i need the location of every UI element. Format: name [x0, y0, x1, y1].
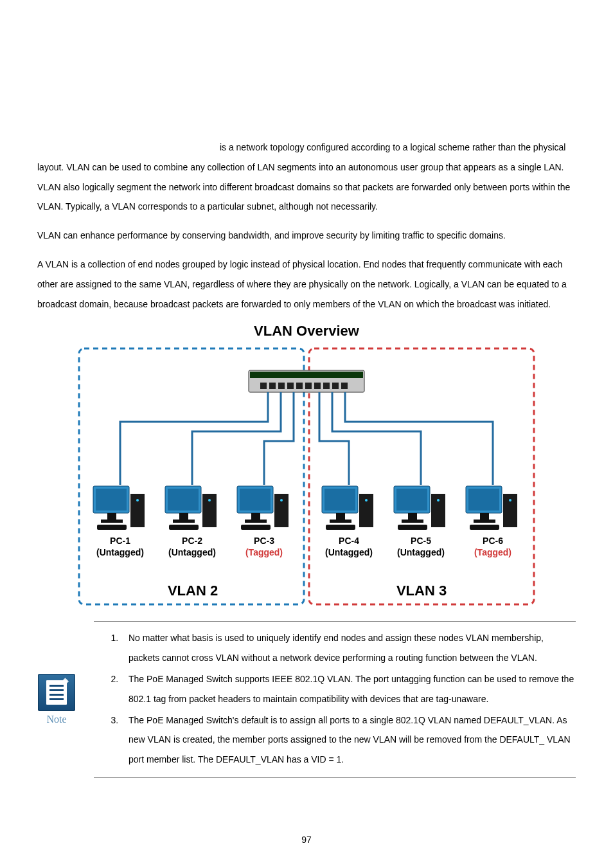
svg-rect-49	[480, 513, 489, 520]
pc-id-label: PC-5	[411, 536, 431, 546]
svg-rect-35	[336, 513, 345, 520]
svg-rect-21	[179, 513, 188, 520]
vlan-overview-svg: PC-1(Untagged)PC-2(Untagged)PC-3(Tagged)…	[75, 345, 538, 608]
pc-tag-label: (Untagged)	[96, 547, 144, 557]
svg-rect-27	[240, 489, 271, 511]
svg-rect-20	[168, 489, 199, 511]
note-block: Note No matter what basis is used to uni…	[37, 621, 576, 778]
note-icon-column: Note	[37, 674, 76, 725]
svg-rect-14	[107, 513, 116, 520]
svg-rect-15	[101, 520, 123, 523]
note-caption: Note	[38, 714, 75, 725]
vlan2-label: VLAN 2	[168, 583, 218, 599]
svg-rect-37	[359, 494, 373, 527]
svg-rect-4	[278, 383, 285, 389]
pc-node: PC-6(Tagged)	[466, 486, 517, 557]
svg-point-52	[509, 499, 511, 502]
svg-rect-11	[341, 383, 348, 389]
pc-node: PC-1(Untagged)	[93, 486, 145, 557]
svg-rect-7	[305, 383, 312, 389]
svg-rect-8	[314, 383, 321, 389]
svg-rect-2	[260, 383, 267, 389]
paragraph-1-text: is a network topology configured accordi…	[37, 142, 570, 212]
svg-rect-28	[251, 513, 260, 520]
paragraph-2: VLAN can enhance performance by conservi…	[37, 226, 576, 246]
note-list: No matter what basis is used to uniquely…	[94, 628, 576, 770]
svg-point-45	[437, 499, 440, 502]
pc-id-label: PC-3	[254, 536, 274, 546]
svg-rect-30	[274, 494, 289, 527]
svg-rect-41	[396, 489, 427, 511]
svg-rect-46	[398, 525, 427, 530]
svg-rect-22	[173, 520, 195, 523]
svg-point-17	[136, 499, 139, 502]
svg-point-31	[280, 499, 283, 502]
svg-rect-32	[241, 525, 271, 530]
svg-rect-5	[287, 383, 294, 389]
note-body: No matter what basis is used to uniquely…	[94, 621, 576, 778]
page: is a network topology configured accordi…	[0, 0, 613, 868]
svg-point-24	[208, 499, 211, 502]
pc-id-label: PC-4	[339, 536, 359, 546]
svg-rect-51	[503, 494, 517, 527]
svg-rect-25	[169, 525, 199, 530]
cables	[120, 392, 493, 485]
pc-node: PC-3(Tagged)	[237, 486, 289, 557]
svg-rect-29	[245, 520, 267, 523]
svg-rect-36	[330, 520, 351, 523]
svg-rect-50	[474, 520, 495, 523]
svg-rect-1	[250, 372, 363, 378]
vlan-overview-figure: VLAN Overview	[62, 323, 551, 608]
pc-node: PC-4(Untagged)	[322, 486, 373, 557]
pc-tag-label: (Tagged)	[245, 547, 283, 557]
svg-point-38	[365, 499, 368, 502]
svg-rect-13	[96, 489, 127, 511]
note-item: The PoE Managed Switch supports IEEE 802…	[121, 669, 576, 709]
svg-rect-9	[323, 383, 330, 389]
svg-rect-43	[402, 520, 423, 523]
pc-tag-label: (Untagged)	[325, 547, 373, 557]
pc-tag-label: (Tagged)	[474, 547, 511, 557]
paragraph-1: is a network topology configured accordi…	[37, 138, 576, 217]
svg-rect-3	[269, 383, 276, 389]
pc-id-label: PC-1	[110, 536, 130, 546]
switch-device	[249, 370, 364, 392]
svg-rect-16	[130, 494, 145, 527]
svg-rect-34	[324, 489, 355, 511]
note-icon	[38, 674, 75, 711]
svg-rect-6	[296, 383, 303, 389]
figure-title: VLAN Overview	[62, 323, 551, 339]
svg-rect-10	[332, 383, 339, 389]
svg-rect-18	[97, 525, 127, 530]
svg-rect-23	[202, 494, 217, 527]
pc-tag-label: (Untagged)	[397, 547, 445, 557]
pc-id-label: PC-2	[182, 536, 202, 546]
pc-node: PC-5(Untagged)	[394, 486, 445, 557]
pc-id-label: PC-6	[483, 536, 503, 546]
pc-tag-label: (Untagged)	[168, 547, 216, 557]
note-item: The PoE Managed Switch's default is to a…	[121, 710, 576, 770]
svg-rect-53	[470, 525, 499, 530]
pc-node: PC-2(Untagged)	[165, 486, 217, 557]
note-item: No matter what basis is used to uniquely…	[121, 628, 576, 668]
svg-rect-42	[408, 513, 417, 520]
svg-rect-39	[326, 525, 355, 530]
paragraph-3: A VLAN is a collection of end nodes grou…	[37, 255, 576, 314]
svg-rect-48	[468, 489, 499, 511]
page-number: 97	[0, 835, 613, 845]
svg-rect-44	[431, 494, 445, 527]
vlan3-label: VLAN 3	[396, 583, 447, 599]
